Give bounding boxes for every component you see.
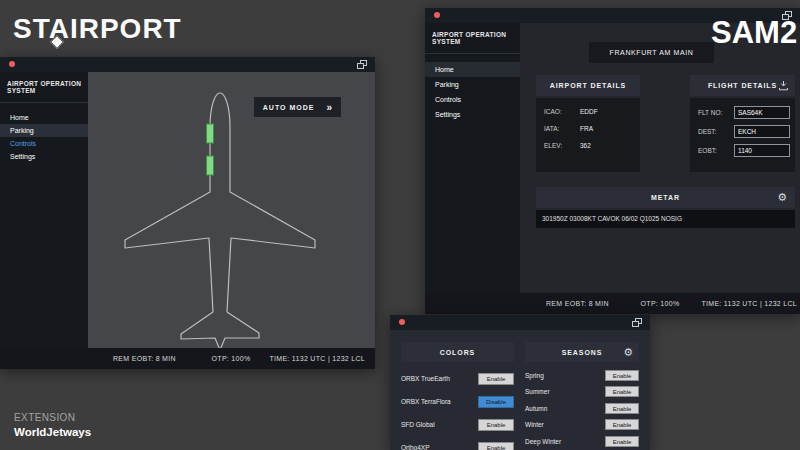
sidebar-nav: Home Parking Controls Settings xyxy=(0,111,88,163)
sidebar-title: AIRPORT OPERATION SYSTEM xyxy=(0,72,88,103)
stairport-logo: STAIRPORT xyxy=(13,13,182,45)
airport-detail-row: IATA: FRA xyxy=(544,125,640,132)
close-icon[interactable] xyxy=(434,12,440,18)
stairport-sidebar: AIRPORT OPERATION SYSTEM Home Parking Co… xyxy=(0,72,88,369)
stairport-controls-window: AIRPORT OPERATION SYSTEM Home Parking Co… xyxy=(0,57,375,369)
autumn-enable-button[interactable]: Enable xyxy=(605,403,639,414)
stairport-status-bar: REM EOBT: 8 MIN OTP: 100% TIME: 1132 UTC… xyxy=(0,348,375,369)
flight-details-title: FLIGHT DETAILS xyxy=(708,82,777,89)
eobt-field[interactable] xyxy=(734,144,790,157)
extension-block: EXTENSION WorldJetways xyxy=(14,412,91,438)
color-row: ORBX TerraFlora Disable xyxy=(401,390,514,413)
flight-field-row: EOBT: xyxy=(698,144,795,157)
sidebar-item-settings[interactable]: Settings xyxy=(425,107,520,122)
auto-mode-label: AUTO MODE xyxy=(263,104,315,111)
sam-sidebar: AIRPORT OPERATION SYSTEM Home Parking Co… xyxy=(425,23,520,314)
sidebar-title: AIRPORT OPERATION SYSTEM xyxy=(425,23,520,54)
door-1-highlight xyxy=(207,124,214,143)
season-row: Spring Enable xyxy=(525,367,639,384)
extension-name: WorldJetways xyxy=(14,426,91,438)
seasons-header: SEASONS ⚙ xyxy=(525,342,639,362)
flight-field-row: FLT NO: xyxy=(698,106,795,119)
download-icon[interactable] xyxy=(778,80,789,91)
extension-label: EXTENSION xyxy=(14,412,91,423)
stairport-window-titlebar[interactable] xyxy=(0,57,375,72)
close-icon[interactable] xyxy=(9,61,15,67)
sidebar-item-home[interactable]: Home xyxy=(0,111,88,124)
auto-mode-button[interactable]: AUTO MODE » xyxy=(254,97,341,117)
chevron-right-icon: » xyxy=(326,102,332,113)
color-row: ORBX TrueEarth Enable xyxy=(401,367,514,390)
restore-window-icon[interactable] xyxy=(357,60,367,69)
airport-name-button[interactable]: FRANKFURT AM MAIN xyxy=(589,42,714,63)
seasons-title: SEASONS xyxy=(562,349,603,356)
metar-title: METAR xyxy=(651,194,680,201)
sam-airport-window: AIRPORT OPERATION SYSTEM Home Parking Co… xyxy=(425,8,800,314)
color-row: SFD Global Enable xyxy=(401,413,514,436)
gear-icon[interactable]: ⚙ xyxy=(777,191,788,204)
addons-window: COLORS ORBX TrueEarth Enable ORBX TerraF… xyxy=(390,315,650,450)
orbx-terraflora-disable-button[interactable]: Disable xyxy=(478,396,514,408)
sidebar-item-parking[interactable]: Parking xyxy=(425,77,520,92)
restore-window-icon[interactable] xyxy=(632,318,642,327)
metar-report: 301950Z 03008KT CAVOK 06/02 Q1025 NOSIG xyxy=(536,210,795,228)
sam2-logo: SAM2 xyxy=(711,15,797,51)
aircraft-outline xyxy=(125,93,315,348)
airport-details-panel: AIRPORT DETAILS ICAO: EDDF IATA: FRA ELE… xyxy=(536,75,640,172)
sidebar-item-parking[interactable]: Parking xyxy=(0,124,88,137)
colors-title: COLORS xyxy=(401,342,514,362)
close-icon[interactable] xyxy=(399,319,405,325)
metar-panel: METAR ⚙ 301950Z 03008KT CAVOK 06/02 Q102… xyxy=(536,187,795,228)
colors-panel: COLORS ORBX TrueEarth Enable ORBX TerraF… xyxy=(401,342,514,450)
sam-status-bar: REM EOBT: 8 MIN OTP: 100% TIME: 1132 UTC… xyxy=(425,293,800,314)
airport-detail-row: ELEV: 362 xyxy=(544,142,640,149)
gear-icon[interactable]: ⚙ xyxy=(623,346,634,359)
spring-enable-button[interactable]: Enable xyxy=(605,370,639,381)
flight-details-panel: FLIGHT DETAILS FLT NO: DEST: EOBT: xyxy=(690,75,795,172)
airport-detail-row: ICAO: EDDF xyxy=(544,108,640,115)
season-row: Autumn Enable xyxy=(525,400,639,417)
sidebar-item-controls[interactable]: Controls xyxy=(425,92,520,107)
season-row: Summer Enable xyxy=(525,384,639,401)
deep-winter-enable-button[interactable]: Enable xyxy=(605,436,639,447)
season-row: Winter Enable xyxy=(525,417,639,434)
flt-no-field[interactable] xyxy=(734,106,790,119)
sam-main-area: FRANKFURT AM MAIN AIRPORT DETAILS ICAO: … xyxy=(520,23,800,294)
rem-eobt-status: REM EOBT: 8 MIN xyxy=(546,293,609,314)
stairport-logo-text: STAIRPORT xyxy=(13,13,182,44)
orbx-trueearth-enable-button[interactable]: Enable xyxy=(478,373,514,385)
seasons-panel: SEASONS ⚙ Spring Enable Summer Enable Au… xyxy=(525,342,639,450)
season-row: Deep Winter Enable xyxy=(525,433,639,450)
rem-eobt-status: REM EOBT: 8 MIN xyxy=(113,348,176,369)
time-status: TIME: 1132 UTC | 1232 LCL xyxy=(701,293,797,314)
sfd-global-enable-button[interactable]: Enable xyxy=(478,419,514,431)
sidebar-item-settings[interactable]: Settings xyxy=(0,150,88,163)
door-2-highlight xyxy=(207,156,214,175)
airport-details-title: AIRPORT DETAILS xyxy=(536,75,640,96)
ortho4xp-enable-button[interactable]: Enable xyxy=(478,442,514,450)
summer-enable-button[interactable]: Enable xyxy=(605,386,639,397)
time-status: TIME: 1132 UTC | 1232 LCL xyxy=(269,348,365,369)
dest-field[interactable] xyxy=(734,125,790,138)
aircraft-view: AUTO MODE » xyxy=(88,72,375,348)
flight-field-row: DEST: xyxy=(698,125,795,138)
otp-status: OTP: 100% xyxy=(212,348,251,369)
color-row: Ortho4XP Enable xyxy=(401,436,514,450)
sidebar-item-controls[interactable]: Controls xyxy=(0,137,88,150)
otp-status: OTP: 100% xyxy=(641,293,680,314)
sidebar-item-home[interactable]: Home xyxy=(425,62,520,77)
flight-details-header: FLIGHT DETAILS xyxy=(690,75,795,96)
desktop: { "brand": { "logo": "STAIRPORT", "sam_l… xyxy=(0,0,800,450)
winter-enable-button[interactable]: Enable xyxy=(605,419,639,430)
sidebar-nav: Home Parking Controls Settings xyxy=(425,62,520,122)
addons-window-titlebar[interactable] xyxy=(390,315,650,330)
metar-header: METAR ⚙ xyxy=(536,187,795,208)
